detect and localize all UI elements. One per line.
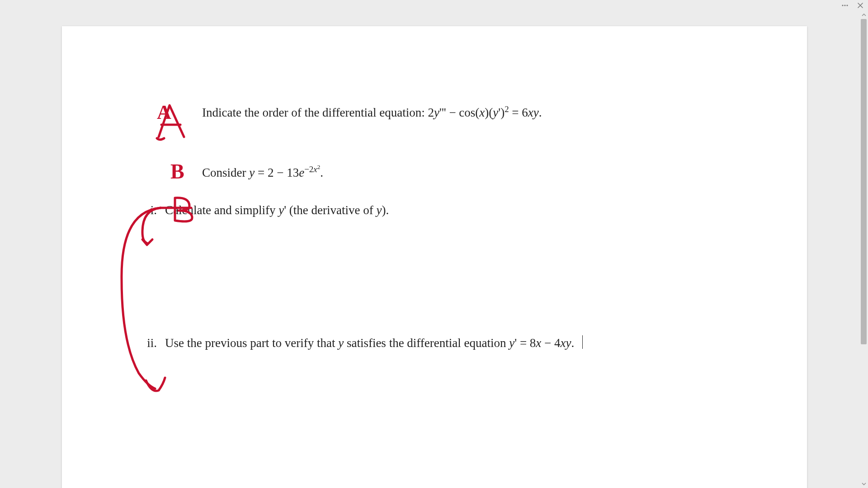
svg-point-2 [846, 5, 848, 6]
question-b: B Consider y = 2 − 13e−2x2. i. Calculate… [152, 163, 717, 353]
document-scroll-area[interactable]: A Indicate the order of the differential… [0, 11, 859, 488]
more-icon[interactable] [841, 1, 849, 9]
part-i-number: i. [139, 201, 157, 220]
question-b-given: y = 2 − 13e−2x2. [249, 166, 323, 179]
vertical-scrollbar[interactable] [859, 11, 868, 488]
scroll-up-icon[interactable] [859, 11, 868, 19]
close-icon[interactable] [856, 1, 864, 9]
question-b-part-ii: ii. Use the previous part to verify that… [139, 333, 717, 353]
question-a-body: Indicate the order of the differential e… [202, 103, 717, 122]
scroll-thumb[interactable] [861, 19, 867, 344]
question-b-part-i: i. Calculate and simplify y' (the deriva… [139, 201, 717, 220]
top-bar [0, 0, 868, 11]
app-viewport: A Indicate the order of the differential… [0, 0, 868, 488]
scroll-down-icon[interactable] [859, 480, 868, 488]
question-a-label: A [157, 97, 171, 128]
question-a-equation: 2y''' − cos(x)(y')2 = 6xy. [428, 106, 542, 119]
question-a: A Indicate the order of the differential… [152, 103, 717, 122]
question-b-label: B [170, 155, 184, 188]
part-ii-text: Use the previous part to verify that y s… [165, 333, 717, 353]
question-b-intro-line: Consider y = 2 − 13e−2x2. [202, 163, 717, 183]
part-ii-number: ii. [139, 333, 157, 353]
svg-point-0 [842, 5, 843, 6]
text-cursor [582, 335, 583, 349]
question-a-intro: Indicate the order of the differential e… [202, 106, 428, 119]
svg-point-1 [844, 5, 845, 6]
question-b-parts: i. Calculate and simplify y' (the deriva… [139, 201, 717, 352]
document-content: A Indicate the order of the differential… [62, 26, 807, 412]
question-b-intro: Consider [202, 166, 249, 179]
part-i-text: Calculate and simplify y' (the derivativ… [165, 201, 717, 220]
document-page: A Indicate the order of the differential… [62, 26, 807, 488]
